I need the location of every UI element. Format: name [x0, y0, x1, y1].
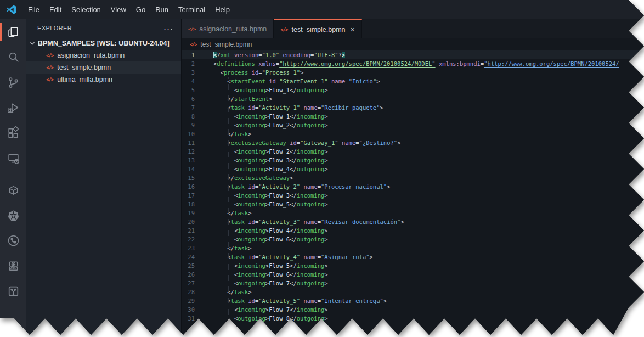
code-line[interactable]: 13 <outgoing>Flow_3</outgoing>	[182, 156, 644, 165]
git-graph-icon[interactable]	[0, 228, 26, 253]
code-line[interactable]: 15 </exclusiveGateway>	[182, 173, 644, 182]
editor-tab[interactable]: </>test_simple.bpmn×	[274, 19, 361, 38]
menu-file[interactable]: File	[23, 0, 44, 19]
code-line[interactable]: 28 </task>	[182, 288, 644, 296]
line-number[interactable]: 17	[182, 191, 196, 200]
line-number[interactable]: 1	[182, 50, 196, 59]
breadcrumb[interactable]: </> test_simple.bpmn	[182, 38, 644, 50]
file-item[interactable]: </>test_simple.bpmn	[26, 61, 181, 74]
torn-screenshot: FileEditSelectionViewGoRunTerminalHelp M…	[0, 0, 644, 337]
line-number[interactable]: 25	[182, 261, 196, 270]
code-line[interactable]: 18 <outgoing>Flow_5</outgoing>	[182, 200, 644, 209]
line-number[interactable]: 12	[182, 147, 196, 156]
file-name: test_simple.bpmn	[57, 64, 111, 71]
code-line[interactable]: 7 <task id="Activity_1" name="Recibir pa…	[182, 103, 644, 112]
docker-icon[interactable]	[0, 177, 26, 203]
more-actions-icon[interactable]: ···	[163, 24, 173, 33]
line-number[interactable]: 20	[182, 217, 196, 226]
tab-close-icon[interactable]: ×	[351, 26, 355, 33]
code-line[interactable]: 23 </task>	[182, 244, 644, 252]
code-line[interactable]: 31 <outgoing>Flow_8</outgoing>	[182, 314, 644, 323]
line-number[interactable]: 7	[182, 103, 196, 112]
line-number[interactable]: 19	[182, 209, 196, 217]
line-number[interactable]: 28	[182, 288, 196, 296]
remote-explorer-icon[interactable]	[0, 145, 26, 171]
code-line[interactable]: 21 <incoming>Flow_4</incoming>	[182, 226, 644, 235]
code-line[interactable]: 8 <incoming>Flow_1</incoming>	[182, 112, 644, 121]
code-text: <exclusiveGateway id="Gateway_1" name="¿…	[196, 138, 400, 147]
code-line[interactable]: 17 <incoming>Flow_3</incoming>	[182, 191, 644, 200]
code-line[interactable]: 12 <incoming>Flow_2</incoming>	[182, 147, 644, 156]
code-text: <outgoing>Flow_2</outgoing>	[196, 121, 328, 130]
workspace-root-label: BPMN_SAMPLES [WSL: UBUNTU-24.04]	[38, 40, 170, 47]
code-line[interactable]: 10 </task>	[182, 130, 644, 138]
line-number[interactable]: 26	[182, 270, 196, 279]
line-number[interactable]: 30	[182, 305, 196, 314]
line-number[interactable]: 6	[182, 94, 196, 103]
code-editor[interactable]: 1<?xml version="1.0" encoding="UTF-8"?>2…	[182, 50, 644, 337]
code-line[interactable]: 20 <task id="Activity_3" name="Revisar d…	[182, 217, 644, 226]
kubernetes-icon[interactable]	[0, 203, 26, 228]
line-number[interactable]: 9	[182, 121, 196, 130]
code-line[interactable]: 5 <outgoing>Flow_1</outgoing>	[182, 86, 644, 94]
line-number[interactable]: 29	[182, 296, 196, 305]
extensions-icon[interactable]	[0, 120, 26, 145]
menu-terminal[interactable]: Terminal	[173, 0, 210, 19]
code-line[interactable]: 6 </startEvent>	[182, 94, 644, 103]
search-icon[interactable]	[0, 44, 26, 70]
code-line[interactable]: 11 <exclusiveGateway id="Gateway_1" name…	[182, 138, 644, 147]
menu-run[interactable]: Run	[150, 0, 173, 19]
menu-go[interactable]: Go	[131, 0, 150, 19]
line-number[interactable]: 4	[182, 77, 196, 86]
line-number[interactable]: 31	[182, 314, 196, 323]
workspace-root-folder[interactable]: BPMN_SAMPLES [WSL: UBUNTU-24.04]	[26, 37, 181, 49]
line-number[interactable]: 21	[182, 226, 196, 235]
line-number[interactable]: 3	[182, 68, 196, 77]
line-number[interactable]: 11	[182, 138, 196, 147]
menu-selection[interactable]: Selection	[66, 0, 105, 19]
line-number[interactable]: 16	[182, 182, 196, 191]
xml-file-icon: </>	[46, 53, 53, 58]
line-number[interactable]: 13	[182, 156, 196, 165]
code-line[interactable]: 1<?xml version="1.0" encoding="UTF-8"?>	[182, 50, 644, 59]
code-line[interactable]: 16 <task id="Activity_2" name="Procesar …	[182, 182, 644, 191]
line-number[interactable]: 2	[182, 59, 196, 68]
code-line[interactable]: 9 <outgoing>Flow_2</outgoing>	[182, 121, 644, 130]
line-number[interactable]: 5	[182, 86, 196, 94]
code-line[interactable]: 24 <task id="Activity_4" name="Asignar r…	[182, 252, 644, 261]
line-number[interactable]: 10	[182, 130, 196, 138]
menu-edit[interactable]: Edit	[44, 0, 66, 19]
source-control-icon[interactable]	[0, 70, 26, 95]
vscode-logo-icon	[5, 4, 17, 15]
line-number[interactable]: 14	[182, 165, 196, 173]
run-debug-icon[interactable]	[0, 95, 26, 120]
editor-tab[interactable]: </>asignacion_ruta.bpmn	[182, 19, 274, 38]
code-line[interactable]: 14 <outgoing>Flow_4</outgoing>	[182, 165, 644, 173]
file-item[interactable]: </>asignacion_ruta.bpmn	[26, 49, 181, 61]
menu-bar: FileEditSelectionViewGoRunTerminalHelp	[23, 0, 235, 19]
code-line[interactable]: 30 <incoming>Flow_7</incoming>	[182, 305, 644, 314]
menu-help[interactable]: Help	[210, 0, 235, 19]
code-line[interactable]: 4 <startEvent id="StartEvent_1" name="In…	[182, 77, 644, 86]
code-line[interactable]: 25 <incoming>Flow_5</incoming>	[182, 261, 644, 270]
code-line[interactable]: 27 <outgoing>Flow_7</outgoing>	[182, 279, 644, 288]
line-number[interactable]: 27	[182, 279, 196, 288]
code-line[interactable]: 26 <incoming>Flow_6</incoming>	[182, 270, 644, 279]
line-number[interactable]: 24	[182, 252, 196, 261]
code-line[interactable]: 19 </task>	[182, 209, 644, 217]
code-line[interactable]: 29 <task id="Activity_5" name="Intentar …	[182, 296, 644, 305]
line-number[interactable]: 22	[182, 235, 196, 244]
explorer-icon[interactable]	[0, 19, 26, 44]
code-line[interactable]: 22 <outgoing>Flow_6</outgoing>	[182, 235, 644, 244]
menu-view[interactable]: View	[106, 0, 131, 19]
line-number[interactable]: 8	[182, 112, 196, 121]
code-line[interactable]: 2<definitions xmlns="http://www.omg.org/…	[182, 59, 644, 68]
line-number[interactable]: 18	[182, 200, 196, 209]
file-item[interactable]: </>ultima_milla.bpmn	[26, 74, 181, 86]
line-number[interactable]: 15	[182, 173, 196, 182]
m365-icon[interactable]: M365	[0, 253, 26, 278]
workspace-fork-icon[interactable]	[0, 278, 26, 304]
code-line[interactable]: 3 <process id="Process_1">	[182, 68, 644, 77]
indent-guide	[222, 77, 222, 318]
line-number[interactable]: 23	[182, 244, 196, 252]
